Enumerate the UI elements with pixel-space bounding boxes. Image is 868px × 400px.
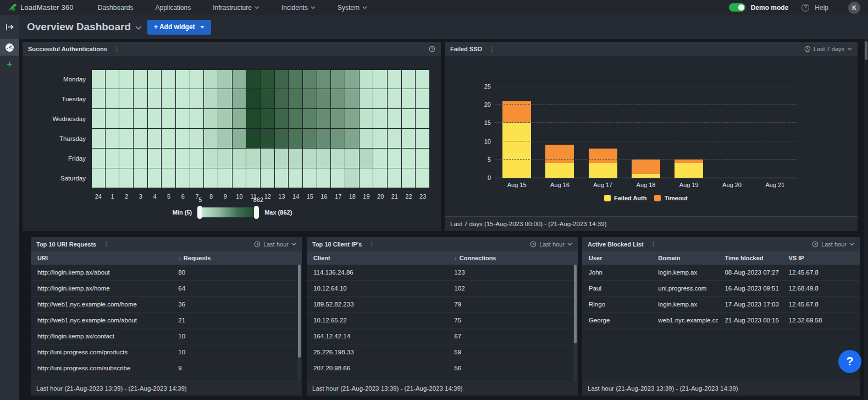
kebab-menu-icon[interactable]: ⋮ bbox=[650, 240, 656, 248]
rail-add-dashboard-button[interactable]: + bbox=[0, 56, 19, 72]
heatmap-cell bbox=[388, 89, 402, 109]
table-row[interactable]: Georgeweb1.nyc.example.com21-Aug-2023 00… bbox=[582, 313, 860, 328]
table-row[interactable]: http://web1.nyc.example.com/home36 bbox=[31, 297, 302, 313]
scrollbar-thumb[interactable] bbox=[298, 265, 301, 358]
heatmap-cell bbox=[106, 168, 120, 188]
column-header[interactable]: Client bbox=[307, 255, 447, 261]
table-cell: 75 bbox=[447, 317, 578, 324]
table-row[interactable]: http://login.kemp.ax/about80 bbox=[31, 265, 302, 281]
gridline bbox=[495, 104, 797, 105]
heatmap-cell bbox=[345, 149, 360, 168]
table-row[interactable]: 10.12.64.10102 bbox=[307, 281, 578, 297]
table-cell: 56 bbox=[447, 365, 578, 371]
widget-header: Top 10 Client IP's ⋮ Last hour bbox=[307, 237, 578, 251]
table-row[interactable]: 164.12.42.1467 bbox=[307, 328, 578, 344]
menu-item-incidents[interactable]: Incidents bbox=[281, 4, 316, 12]
table-row[interactable]: 25.226.198.3359 bbox=[307, 344, 578, 360]
title-chevron-icon[interactable] bbox=[135, 26, 142, 30]
time-range-button[interactable] bbox=[429, 46, 435, 52]
menu-item-label: System bbox=[338, 4, 360, 12]
table-row[interactable]: http://login.kemp.ax/home64 bbox=[31, 281, 302, 297]
scrollbar-thumb[interactable] bbox=[865, 41, 867, 60]
table-row[interactable]: Johnlogin.kemp.ax08-Aug-2023 07:2712.45.… bbox=[582, 265, 860, 281]
table-row[interactable]: http://uni.progress.com/products10 bbox=[31, 344, 302, 360]
bar-segment-failed-auth bbox=[545, 163, 574, 178]
floating-help-button[interactable]: ? bbox=[838, 350, 861, 373]
table-row[interactable]: Ringologin.kemp.ax17-Aug-2023 17:0312.45… bbox=[582, 297, 860, 313]
table-scrollbar[interactable] bbox=[573, 265, 577, 381]
kebab-menu-icon[interactable]: ⋮ bbox=[103, 240, 109, 248]
column-header[interactable]: User bbox=[582, 255, 651, 261]
heatmap-hour-label: 17 bbox=[331, 191, 345, 200]
heatmap-cell bbox=[119, 168, 134, 188]
menu-item-system[interactable]: System bbox=[338, 4, 367, 12]
kebab-menu-icon[interactable]: ⋮ bbox=[489, 45, 495, 53]
y-tick-label: 25 bbox=[477, 83, 491, 90]
table-row[interactable]: http://web1.nyc.example.com/about21 bbox=[31, 313, 302, 328]
brand-logo[interactable]: LoadMaster 360 bbox=[8, 3, 74, 12]
table-row[interactable]: 114.136.24.86123 bbox=[307, 265, 578, 281]
menu-item-infrastructure[interactable]: Infrastructure bbox=[213, 4, 259, 12]
heatmap-hour-label: 13 bbox=[275, 191, 289, 200]
table-scrollbar[interactable] bbox=[297, 265, 301, 381]
slider-handle-min[interactable] bbox=[197, 206, 202, 219]
heatmap-cell bbox=[275, 69, 289, 89]
kebab-menu-icon[interactable]: ⋮ bbox=[368, 240, 375, 248]
heatmap-cell bbox=[331, 149, 345, 168]
column-header-label: VS IP bbox=[789, 255, 804, 261]
heatmap-cell bbox=[402, 149, 416, 168]
heatmap-range-slider[interactable]: 5 862 bbox=[197, 206, 259, 219]
column-header[interactable]: Domain bbox=[651, 255, 718, 261]
column-header[interactable]: URI bbox=[31, 255, 172, 261]
column-header[interactable]: VS IP bbox=[782, 255, 860, 261]
column-header[interactable]: Time blocked bbox=[718, 255, 782, 261]
table-row[interactable]: http://login.kemp.ax/contact10 bbox=[31, 328, 302, 344]
table-cell: 08-Aug-2023 07:27 bbox=[718, 269, 782, 276]
table-row[interactable]: http://web1.nyc.example.com/contact8 bbox=[31, 376, 302, 381]
demo-mode-toggle[interactable] bbox=[729, 3, 745, 12]
slider-handle-max[interactable] bbox=[254, 206, 259, 219]
heatmap-cell bbox=[204, 129, 218, 149]
heatmap-cell bbox=[275, 168, 289, 188]
help-link[interactable]: Help bbox=[815, 4, 828, 12]
time-range-dropdown[interactable]: Last hour bbox=[812, 241, 854, 248]
heatmap-hour-label: 4 bbox=[148, 191, 162, 200]
rail-item-dashboards[interactable] bbox=[0, 39, 19, 56]
page-scrollbar[interactable] bbox=[864, 39, 868, 400]
heatmap-cell bbox=[289, 69, 303, 89]
add-widget-button[interactable]: + Add widget bbox=[147, 20, 211, 35]
table-cell: 10.12.65.22 bbox=[307, 317, 447, 324]
table-cell: 123 bbox=[447, 269, 578, 276]
heatmap-cell bbox=[162, 69, 176, 89]
table-cell: 80 bbox=[172, 269, 302, 276]
table-row[interactable]: 10.12.65.2275 bbox=[307, 313, 578, 328]
table-row[interactable]: 189.52.82.23379 bbox=[307, 297, 578, 313]
table-row[interactable]: 207.20.98.6656 bbox=[307, 360, 578, 376]
heatmap-cell bbox=[119, 129, 134, 149]
heatmap-hour-label: 16 bbox=[317, 191, 331, 200]
time-range-dropdown[interactable]: Last hour bbox=[254, 241, 296, 248]
table-row[interactable]: http://uni.progress.com/subscribe9 bbox=[31, 360, 302, 376]
menu-item-dashboards[interactable]: Dashboards bbox=[98, 4, 134, 12]
heatmap-day-label: Wednesday bbox=[31, 116, 91, 122]
scrollbar-thumb[interactable] bbox=[574, 265, 577, 343]
user-avatar[interactable]: K bbox=[848, 2, 860, 14]
widget-title: Top 10 URI Requests bbox=[36, 241, 96, 248]
time-range-dropdown[interactable]: Last hour bbox=[530, 241, 572, 248]
heatmap-cell bbox=[204, 109, 218, 129]
kebab-menu-icon[interactable]: ⋮ bbox=[114, 45, 120, 53]
table-cell: 67 bbox=[447, 333, 578, 339]
table-row[interactable]: 212.210.107.3524 bbox=[307, 376, 578, 381]
heatmap-cell bbox=[246, 149, 261, 168]
heatmap-cell bbox=[204, 89, 218, 109]
sidebar-expand-button[interactable] bbox=[0, 15, 19, 39]
heatmap-cell bbox=[345, 109, 360, 129]
heatmap-cell bbox=[317, 168, 331, 188]
heatmap-cell bbox=[134, 149, 148, 168]
time-range-dropdown[interactable]: Last 7 days bbox=[804, 46, 852, 52]
menu-item-applications[interactable]: Applications bbox=[155, 4, 191, 12]
column-header[interactable]: ↓Connections bbox=[447, 255, 578, 261]
column-header[interactable]: ↓Requests bbox=[172, 255, 302, 261]
table-row[interactable]: Pauluni.progress.com16-Aug-2023 09:5112.… bbox=[582, 281, 860, 297]
table-cell: 16-Aug-2023 09:51 bbox=[718, 285, 782, 292]
